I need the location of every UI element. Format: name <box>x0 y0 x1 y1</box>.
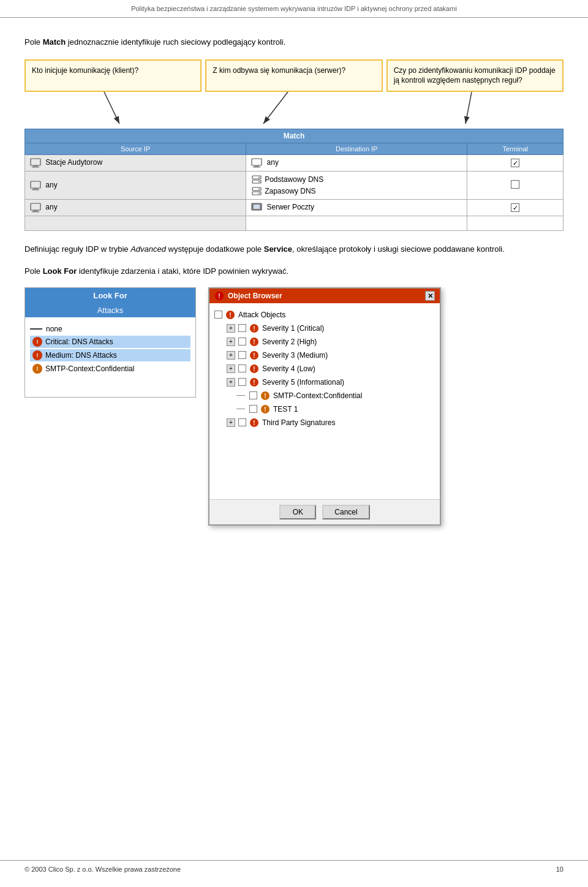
svg-text:!: ! <box>253 366 255 372</box>
severity-icon: ! <box>249 337 259 347</box>
server-icon <box>251 186 262 196</box>
lf-subheader: Attacks <box>25 303 195 317</box>
ob-item: + ! Severity 5 (Informational) <box>214 376 435 389</box>
svg-rect-8 <box>254 165 259 167</box>
svg-text:!: ! <box>253 325 255 332</box>
row3-dest: Serwer Poczty <box>246 200 467 216</box>
svg-text:!: ! <box>253 339 255 345</box>
callout-box-1: Kto inicjuje komunikację (klient)? <box>24 59 202 92</box>
header-title: Polityka bezpieczeństwa i zarządzanie sy… <box>131 5 457 12</box>
ob-checkbox[interactable] <box>238 324 246 332</box>
checkbox-unchecked <box>511 180 519 189</box>
footer-copyright: © 2003 Clico Sp. z o.o. Wszelkie prawa z… <box>24 866 181 873</box>
arrow-area <box>24 92 564 129</box>
ob-titlebar: ! Object Browser ✕ <box>209 289 440 303</box>
svg-rect-25 <box>254 205 260 209</box>
svg-point-16 <box>258 181 260 183</box>
lf-item-label: SMTP-Context:Confidential <box>45 364 134 373</box>
match-table-title-row: Match <box>25 129 564 143</box>
desc1-bold: Service <box>264 244 292 254</box>
description-1: Definiując reguły IDP w trybie Advanced … <box>24 243 564 256</box>
page-header: Polityka bezpieczeństwa i zarządzanie sy… <box>0 0 588 18</box>
ob-checkbox[interactable] <box>238 364 246 372</box>
col-dest-ip: Destination IP <box>246 143 467 155</box>
ob-checkbox[interactable] <box>238 351 246 359</box>
svg-text:!: ! <box>253 420 255 426</box>
ob-item: + ! Severity 3 (Medium) <box>214 349 435 362</box>
desc1-text1: Definiując reguły IDP w trybie <box>24 244 130 254</box>
svg-rect-22 <box>33 210 38 211</box>
ob-expand-button[interactable]: + <box>227 338 235 346</box>
row2-dest: Podstawowy DNS Zapasowy DNS <box>246 172 467 200</box>
tree-line <box>236 409 245 409</box>
svg-rect-11 <box>33 188 38 189</box>
svg-point-20 <box>258 193 260 194</box>
ob-title-left: ! Object Browser <box>214 291 282 301</box>
ob-item-label: Severity 3 (Medium) <box>262 351 328 360</box>
match-section: Kto inicjuje komunikację (klient)? Z kim… <box>24 59 564 232</box>
ob-item: ! SMTP-Context:Confidential <box>214 389 435 402</box>
ob-footer: OK Cancel <box>209 499 440 524</box>
ob-expand-button[interactable]: + <box>227 364 235 373</box>
ob-title-text: Object Browser <box>228 292 282 300</box>
object-browser: ! Object Browser ✕ ! Attack Objects <box>208 287 441 526</box>
lf-none-label: none <box>46 325 62 333</box>
ob-checkbox[interactable] <box>238 378 246 386</box>
page-content: Pole Match jednoznacznie identyfikuje ru… <box>0 30 588 575</box>
lf-desc-text2: identyfikuje zdarzenia i ataki, które ID… <box>77 266 288 276</box>
ob-checkbox[interactable] <box>249 405 257 413</box>
row2-terminal <box>467 172 564 200</box>
ob-item: + ! Severity 1 (Critical) <box>214 322 435 335</box>
svg-rect-23 <box>32 211 39 213</box>
severity-icon: ! <box>249 364 259 374</box>
ob-checkbox[interactable] <box>214 311 222 319</box>
col-terminal: Terminal <box>467 143 564 155</box>
computer-icon <box>30 181 41 191</box>
desc1-text3: , określające protokoły i usługi sieciow… <box>292 244 505 254</box>
list-item[interactable]: ! SMTP-Context:Confidential <box>30 363 190 375</box>
table-row: any Podstawowy DNS <box>25 172 564 200</box>
intro-text-after: jednoznacznie identyfikuje ruch sieciowy… <box>66 37 285 47</box>
ob-expand-button[interactable]: + <box>227 418 235 427</box>
callout-text-1: Kto inicjuje komunikację (klient)? <box>32 66 138 75</box>
svg-line-2 <box>263 92 288 124</box>
ob-item-label: Severity 5 (Informational) <box>262 378 344 387</box>
ob-item: + ! Severity 2 (High) <box>214 335 435 349</box>
lf-desc-bold: Look For <box>43 266 77 276</box>
severity-icon: ! <box>249 323 259 333</box>
list-item[interactable]: ! Medium: DNS Attacks <box>30 349 190 361</box>
ob-close-button[interactable]: ✕ <box>425 291 435 301</box>
page-footer: © 2003 Clico Sp. z o.o. Wszelkie prawa z… <box>0 860 588 878</box>
ob-ok-button[interactable]: OK <box>279 505 316 519</box>
smtp-attack-icon: ! <box>32 364 42 374</box>
svg-point-19 <box>258 189 260 190</box>
table-row-empty <box>25 216 564 231</box>
lookfor-section: Look For Attacks none ! Critical: DNS At… <box>24 287 564 526</box>
ob-expand-button[interactable]: + <box>227 351 235 360</box>
callout-text-3: Czy po zidentyfikowaniu komunikacji IDP … <box>394 66 556 85</box>
ob-expand-button[interactable]: + <box>227 378 235 387</box>
ob-checkbox[interactable] <box>238 338 246 345</box>
callout-boxes-row: Kto inicjuje komunikację (klient)? Z kim… <box>24 59 564 92</box>
svg-text:!: ! <box>253 352 255 359</box>
desc1-italic: Advanced <box>130 244 166 254</box>
svg-rect-10 <box>31 181 40 188</box>
severity-icon: ! <box>249 418 259 428</box>
dash-icon <box>30 328 42 330</box>
ob-checkbox[interactable] <box>249 391 257 399</box>
table-row: any Serwer Poczty <box>25 200 564 216</box>
severity-icon: ! <box>249 377 259 387</box>
row1-dest: any <box>246 155 467 172</box>
ob-checkbox[interactable] <box>238 418 246 426</box>
row3-terminal <box>467 200 564 216</box>
attack-objects-icon: ! <box>225 310 235 320</box>
lf-none-item: none <box>30 322 190 336</box>
ob-cancel-button[interactable]: Cancel <box>322 505 369 519</box>
ob-expand-button[interactable]: + <box>227 324 235 333</box>
ob-item-label: SMTP-Context:Confidential <box>273 391 362 400</box>
col-source-ip: Source IP <box>25 143 246 155</box>
svg-rect-5 <box>33 165 38 167</box>
svg-rect-9 <box>253 167 260 168</box>
list-item[interactable]: ! Critical: DNS Attacks <box>30 336 190 348</box>
ob-body: ! Attack Objects + ! Severity 1 (Critica… <box>209 303 440 499</box>
